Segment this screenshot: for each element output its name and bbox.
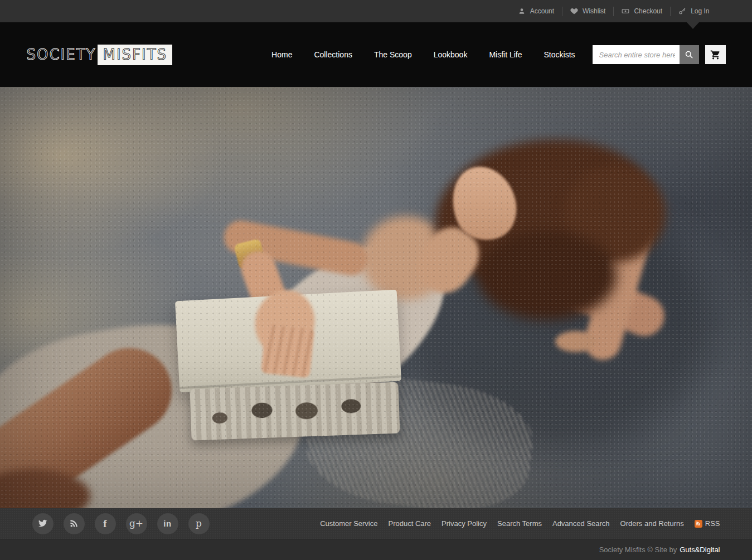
copyright-bar: Society Misfits © Site by Guts&Digital xyxy=(0,539,752,560)
topbar: Account Wishlist Checkout Log In xyxy=(0,0,752,22)
social-linkedin[interactable]: in xyxy=(157,513,178,534)
footer-link-search-terms[interactable]: Search Terms xyxy=(497,508,542,539)
clutch-snakeskin-panel xyxy=(190,382,400,441)
footer-links: Customer Service Product Care Privacy Po… xyxy=(320,508,720,539)
banknote-icon xyxy=(622,7,629,15)
account-link[interactable]: Account xyxy=(510,0,562,22)
credit-link[interactable]: Guts&Digital xyxy=(680,539,720,560)
facebook-icon: f xyxy=(103,518,106,529)
footer-link-advanced-search[interactable]: Advanced Search xyxy=(552,508,610,539)
nav-the-scoop[interactable]: The Scoop xyxy=(374,50,412,59)
login-link[interactable]: Log In xyxy=(671,0,717,22)
checkout-link[interactable]: Checkout xyxy=(614,0,670,22)
hero-photo xyxy=(0,87,752,508)
google-plus-icon: g+ xyxy=(129,519,143,528)
wishlist-link[interactable]: Wishlist xyxy=(562,0,613,22)
footer-link-orders-returns[interactable]: Orders and Returns xyxy=(620,508,684,539)
account-label: Account xyxy=(530,0,554,22)
footer: f g+ in p Customer Service Product Care … xyxy=(0,508,752,539)
hero-scene xyxy=(0,87,752,508)
search-box xyxy=(593,45,699,64)
footer-link-privacy-policy[interactable]: Privacy Policy xyxy=(442,508,487,539)
checkout-label: Checkout xyxy=(634,0,662,22)
pinterest-icon: p xyxy=(196,519,202,528)
wishlist-label: Wishlist xyxy=(583,0,605,22)
logo[interactable]: SOCIETYMISFITS xyxy=(27,45,173,65)
social-pinterest[interactable]: p xyxy=(188,513,210,534)
nav-stockists[interactable]: Stockists xyxy=(544,50,575,59)
search-icon xyxy=(685,50,693,59)
footer-link-product-care[interactable]: Product Care xyxy=(388,508,431,539)
social-facebook[interactable]: f xyxy=(95,513,116,534)
nav-collections[interactable]: Collections xyxy=(314,50,352,59)
main-nav: Home Collections The Scoop Lookbook Misf… xyxy=(271,50,575,59)
search-button[interactable] xyxy=(680,45,699,64)
cart-button[interactable] xyxy=(705,45,726,64)
rss-feed-icon xyxy=(695,520,702,528)
nav-lookbook[interactable]: Lookbook xyxy=(434,50,468,59)
search-input[interactable] xyxy=(593,45,680,64)
footer-rss-link[interactable]: RSS xyxy=(695,508,720,539)
rss-icon xyxy=(69,519,79,528)
linkedin-icon: in xyxy=(163,519,171,528)
social-links: f g+ in p xyxy=(32,513,210,534)
footer-link-customer-service[interactable]: Customer Service xyxy=(320,508,377,539)
key-icon xyxy=(678,7,686,15)
heart-icon xyxy=(570,7,578,15)
twitter-icon xyxy=(38,519,47,528)
model-hair xyxy=(477,231,617,320)
social-rss[interactable] xyxy=(64,513,85,534)
logo-word-misfits: MISFITS xyxy=(98,45,172,65)
user-icon xyxy=(518,7,526,15)
main-header: SOCIETYMISFITS Home Collections The Scoo… xyxy=(0,22,752,87)
nav-misfit-life[interactable]: Misfit Life xyxy=(489,50,522,59)
social-twitter[interactable] xyxy=(32,513,54,534)
search-zone xyxy=(593,45,726,64)
nav-home[interactable]: Home xyxy=(271,50,292,59)
copyright-text: Society Misfits © Site by xyxy=(599,539,677,560)
login-label: Log In xyxy=(691,0,709,22)
logo-word-society: SOCIETY xyxy=(27,46,98,63)
cart-icon xyxy=(710,50,721,60)
model-fingers xyxy=(261,324,315,378)
cart-dropdown-arrow xyxy=(687,22,699,29)
model-fingertip xyxy=(555,331,596,352)
social-google-plus[interactable]: g+ xyxy=(126,513,147,534)
page: Account Wishlist Checkout Log In SOCIETY… xyxy=(0,0,752,560)
rss-label: RSS xyxy=(705,508,720,539)
